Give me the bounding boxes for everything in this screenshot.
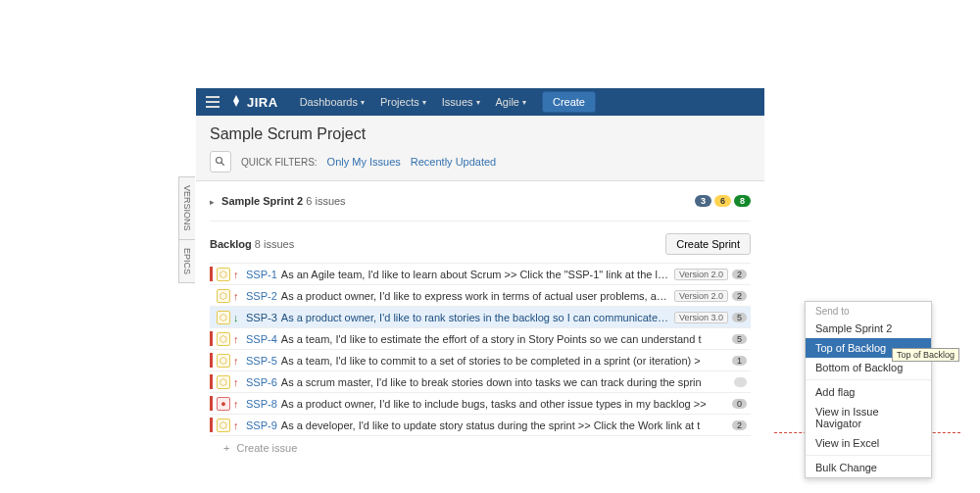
chevron-right-icon: ▸: [210, 197, 215, 207]
menu-separator: [806, 455, 931, 456]
create-issue-link[interactable]: + Create issue: [210, 436, 751, 460]
issue-summary: As an Agile team, I'd like to learn abou…: [281, 269, 670, 280]
epic-color-strip: [210, 267, 213, 281]
priority-high-icon: ↑: [233, 419, 243, 431]
issue-summary: As a product owner, I'd like to rank sto…: [281, 312, 670, 323]
issue-key-link[interactable]: SSP-6: [246, 376, 277, 388]
subheader: Sample Scrum Project QUICK FILTERS: Only…: [196, 116, 764, 181]
estimate-badge: 2: [732, 270, 747, 279]
sprint-issue-count: 6 issues: [306, 195, 345, 207]
issue-row[interactable]: ⬡↑SSP-6As a scrum master, I'd like to br…: [210, 371, 751, 393]
svg-point-0: [217, 158, 222, 164]
version-tag[interactable]: Version 3.0: [674, 312, 728, 323]
create-sprint-button[interactable]: Create Sprint: [665, 233, 751, 255]
sprint-summary-row[interactable]: ▸ Sample Sprint 2 6 issues 3 6 8: [210, 189, 751, 222]
priority-high-icon: ↑: [233, 269, 243, 280]
priority-high-icon: ↑: [233, 333, 243, 345]
priority-low-icon: ↓: [233, 312, 243, 323]
story-icon: ⬡: [217, 332, 230, 346]
menu-item-add-flag[interactable]: Add flag: [806, 382, 931, 402]
chevron-down-icon: ▾: [476, 98, 480, 107]
sprint-badge-inprogress: 6: [714, 195, 731, 207]
chevron-down-icon: ▾: [422, 98, 426, 107]
estimate-badge: 0: [732, 399, 747, 409]
version-tag[interactable]: Version 2.0: [674, 269, 728, 280]
project-title: Sample Scrum Project: [210, 125, 751, 143]
epic-color-strip: [210, 331, 213, 346]
sprint-badge-todo: 3: [695, 195, 711, 207]
issue-key-link[interactable]: SSP-8: [246, 398, 277, 410]
issue-key-link[interactable]: SSP-2: [246, 290, 277, 302]
issue-key-link[interactable]: SSP-1: [246, 269, 277, 280]
create-issue-label: Create issue: [237, 442, 298, 454]
epic-color-strip: [210, 374, 213, 389]
backlog-issue-count: 8 issues: [255, 238, 294, 250]
issue-summary: As a product owner, I'd like to include …: [281, 398, 728, 410]
quick-filters-label: QUICK FILTERS:: [241, 157, 318, 168]
story-icon: ⬡: [217, 354, 230, 368]
issue-key-link[interactable]: SSP-5: [246, 355, 277, 367]
estimate-badge: 2: [732, 291, 747, 301]
topbar: JIRA Dashboards▾ Projects▾ Issues▾ Agile…: [196, 88, 764, 116]
story-icon: ⬡: [217, 311, 230, 324]
issue-summary: As a product owner, I'd like to express …: [281, 290, 670, 302]
issue-row[interactable]: ⬡↓SSP-3As a product owner, I'd like to r…: [210, 307, 751, 328]
filter-recently-updated[interactable]: Recently Updated: [411, 156, 496, 168]
priority-high-icon: ↑: [233, 376, 243, 388]
plus-icon: +: [223, 442, 229, 454]
nav-projects[interactable]: Projects▾: [372, 96, 434, 108]
search-icon: [215, 156, 226, 168]
search-button[interactable]: [210, 151, 231, 173]
nav-dashboards[interactable]: Dashboards▾: [292, 96, 372, 108]
estimate-badge: 5: [732, 334, 747, 344]
backlog-issue-list: ⬡↑SSP-1As an Agile team, I'd like to lea…: [210, 263, 751, 436]
epic-color-strip: [210, 396, 213, 411]
issue-row[interactable]: ⬡↑SSP-1As an Agile team, I'd like to lea…: [210, 264, 751, 285]
menu-section-send-to: Send to: [806, 302, 931, 319]
bug-icon: ●: [217, 397, 230, 411]
issue-row[interactable]: ⬡↑SSP-9As a developer, I'd like to updat…: [210, 415, 751, 436]
side-tab-epics[interactable]: EPICS: [178, 239, 195, 283]
svg-line-1: [221, 163, 224, 166]
issue-summary: As a developer, I'd like to update story…: [281, 419, 728, 431]
version-tag[interactable]: Version 2.0: [674, 290, 728, 302]
estimate-badge: [734, 377, 747, 387]
issue-row[interactable]: ⬡↑SSP-5As a team, I'd like to commit to …: [210, 350, 751, 371]
story-icon: ⬡: [217, 419, 230, 432]
sprint-badge-done: 8: [734, 195, 751, 207]
chevron-down-icon: ▾: [522, 98, 526, 107]
epic-color-strip: [210, 353, 213, 368]
epic-color-strip: [210, 418, 213, 432]
logo-text: JIRA: [247, 95, 278, 110]
epic-color-strip: [210, 310, 213, 324]
side-tab-versions[interactable]: VERSIONS: [178, 176, 195, 240]
story-icon: ⬡: [217, 268, 230, 281]
story-icon: ⬡: [217, 375, 230, 389]
issue-key-link[interactable]: SSP-3: [246, 312, 277, 323]
issue-key-link[interactable]: SSP-4: [246, 333, 277, 345]
logo-icon: [229, 94, 243, 111]
issue-summary: As a team, I'd like to estimate the effo…: [281, 333, 728, 345]
menu-item-sample-sprint-2[interactable]: Sample Sprint 2: [806, 319, 931, 338]
issue-row[interactable]: ⬡↑SSP-2As a product owner, I'd like to e…: [210, 285, 751, 307]
create-button[interactable]: Create: [542, 91, 596, 113]
chevron-down-icon: ▾: [361, 98, 365, 107]
menu-icon[interactable]: [206, 96, 220, 108]
story-icon: ⬡: [217, 289, 230, 303]
issue-key-link[interactable]: SSP-9: [246, 419, 277, 431]
nav-issues[interactable]: Issues▾: [434, 96, 488, 108]
issue-row[interactable]: ●↑SSP-8As a product owner, I'd like to i…: [210, 393, 751, 415]
nav-agile[interactable]: Agile▾: [488, 96, 534, 108]
context-menu: Send to Sample Sprint 2 Top of Backlog B…: [805, 301, 932, 478]
epic-color-strip: [210, 288, 213, 303]
backlog-title: Backlog: [210, 238, 252, 250]
filter-only-my-issues[interactable]: Only My Issues: [327, 156, 401, 168]
menu-item-view-issue-navigator[interactable]: View in Issue Navigator: [806, 402, 931, 433]
tooltip: Top of Backlog: [892, 348, 959, 362]
issue-row[interactable]: ⬡↑SSP-4As a team, I'd like to estimate t…: [210, 328, 751, 350]
priority-high-icon: ↑: [233, 355, 243, 367]
menu-item-view-excel[interactable]: View in Excel: [806, 433, 931, 453]
jira-logo[interactable]: JIRA: [229, 94, 278, 111]
issue-summary: As a team, I'd like to commit to a set o…: [281, 355, 728, 367]
menu-item-bulk-change[interactable]: Bulk Change: [806, 458, 931, 477]
